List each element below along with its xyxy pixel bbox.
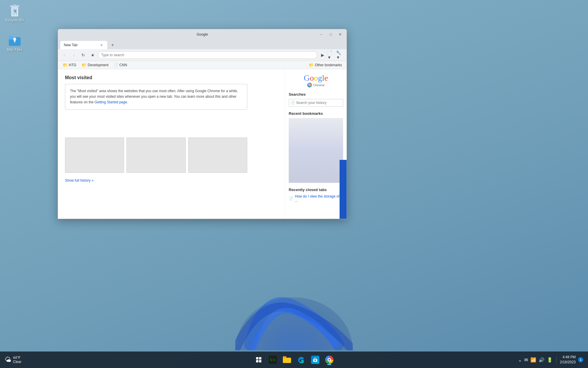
svg-point-12 (309, 84, 310, 86)
file-explorer-icon (283, 356, 291, 363)
taskbar-app-icons: C:\ (253, 354, 335, 366)
weather-widget[interactable]: 🌤 44°F Clear (5, 356, 21, 364)
desktop: Recycle Bin Mac Files Google − □ ✕ New (0, 0, 588, 368)
taskbar-edge[interactable] (295, 354, 307, 366)
battery-icon[interactable]: 🔋 (547, 357, 553, 363)
chrome-subtitle: Chrome (289, 83, 343, 87)
svg-point-9 (14, 37, 15, 38)
cmd-icon: C:\ (269, 356, 277, 364)
system-tray: ⌄ ✉ 📶 🔊 🔋 (518, 357, 553, 363)
taskbar-file-explorer[interactable] (281, 354, 293, 366)
info-text-part2: . (127, 100, 128, 104)
window-title: Google (197, 32, 208, 37)
chrome-taskbar-icon (325, 356, 333, 364)
page-button[interactable]: 📄▼ (327, 51, 335, 59)
most-visited-section: The "Most visited" area shows the websit… (65, 84, 247, 108)
taskbar-cmd[interactable]: C:\ (267, 354, 279, 366)
search-history-input[interactable] (289, 99, 343, 107)
weather-details: 44°F Clear (13, 356, 21, 364)
bookmark-htg[interactable]: 📁 HTG (60, 62, 78, 68)
minimize-button[interactable]: − (317, 31, 325, 38)
search-history-box: 📄 (289, 99, 343, 107)
svg-rect-8 (9, 36, 13, 38)
show-history-link[interactable]: Show full history » (65, 178, 93, 183)
go-button[interactable]: ▶ (318, 51, 327, 59)
searches-title: Searches (289, 92, 343, 97)
bookmark-cnn[interactable]: 📄 CNN (111, 62, 129, 68)
svg-rect-14 (315, 360, 316, 361)
getting-started-link[interactable]: Getting Started page (94, 100, 127, 104)
refresh-button[interactable]: ↻ (79, 51, 87, 59)
thumbnail-row-2 (65, 137, 247, 173)
weather-icon: 🌤 (5, 356, 11, 364)
bookmark-htg-label: HTG (69, 63, 76, 67)
clock-time: 4:48 PM (560, 355, 576, 360)
tab-label: New Tab (64, 43, 77, 47)
folder-icon: 📁 (63, 63, 68, 67)
bookmarks-bar: 📁 HTG 📁 Development 📄 CNN 📁 Other bookma… (58, 61, 347, 69)
recycle-bin-label: Recycle Bin (5, 18, 24, 22)
g-letter-4: g (318, 73, 322, 82)
recent-bookmarks-title: Recent bookmarks (289, 111, 343, 116)
svg-point-0 (235, 297, 353, 350)
bookmark-development[interactable]: 📁 Development (79, 62, 111, 68)
wifi-icon[interactable]: 📶 (530, 357, 536, 363)
tab-bar: New Tab ✕ + (58, 40, 347, 49)
page-icon: 📄 (289, 196, 293, 200)
bookmark-other[interactable]: 📁 Other bookmarks (306, 62, 344, 68)
bookmark-cnn-label: CNN (119, 63, 127, 67)
folder-body (283, 358, 291, 363)
close-button[interactable]: ✕ (336, 31, 344, 38)
bookmark-other-label: Other bookmarks (315, 63, 342, 67)
tray-divider (556, 356, 557, 364)
address-bar[interactable]: Type to search (98, 51, 317, 59)
start-grid-icon (256, 357, 261, 362)
closed-tab-link[interactable]: How do I view the storage of ... (295, 194, 343, 203)
address-input[interactable] (101, 53, 314, 57)
start-grid-cell-1 (256, 357, 258, 359)
new-tab-button[interactable]: + (108, 41, 117, 49)
clock-date: 2/16/2023 (560, 360, 576, 365)
forward-button[interactable]: › (70, 51, 78, 59)
back-button[interactable]: ‹ (60, 51, 69, 59)
edge-icon (297, 356, 305, 364)
mac-files-desktop-icon[interactable]: Mac Files (3, 32, 26, 53)
recently-closed-title: Recently closed tabs (289, 188, 343, 192)
notification-badge[interactable]: 1 (578, 357, 583, 362)
up-arrow-icon[interactable]: ⌄ (518, 357, 522, 363)
file-icon: 📄 (114, 63, 118, 67)
svg-line-3 (13, 8, 13, 15)
volume-icon[interactable]: 🔊 (539, 357, 544, 363)
bookmark-star-button[interactable]: ★ (88, 51, 97, 59)
network-icon[interactable]: ✉ (524, 357, 528, 363)
new-tab[interactable]: New Tab ✕ (60, 41, 107, 49)
store-icon (311, 356, 319, 364)
chrome-center (328, 358, 331, 362)
folder-icon: 📁 (81, 63, 86, 67)
start-button[interactable] (253, 354, 265, 366)
taskbar-store[interactable] (309, 354, 321, 366)
closed-tab-item: 📄 How do I view the storage of ... (289, 194, 343, 203)
thumbnail-cell-4 (65, 137, 124, 173)
info-tooltip: The "Most visited" area shows the websit… (65, 84, 247, 110)
nav-right-buttons: ▶ 📄▼ 🔧▼ (318, 51, 344, 59)
taskbar: 🌤 44°F Clear C:\ (0, 352, 588, 368)
settings-button[interactable]: 🔧▼ (336, 51, 344, 59)
nav-bar: ‹ › ↻ ★ Type to search ▶ 📄▼ 🔧▼ (58, 49, 347, 61)
recycle-bin-image (8, 4, 22, 18)
tab-close-button[interactable]: ✕ (99, 43, 104, 47)
cmd-prompt: C:\ (270, 358, 275, 362)
mac-files-image (8, 34, 22, 48)
recycle-bin-icon[interactable]: Recycle Bin (3, 3, 26, 24)
title-bar: Google − □ ✕ (58, 29, 347, 40)
g-letter-3: o (314, 73, 318, 82)
blue-stripe-decoration (340, 160, 347, 219)
right-sidebar: Google Chrome (285, 69, 347, 219)
edge-svg (297, 356, 305, 364)
browser-content: Most visited The "Most visited" area sho… (58, 69, 347, 219)
clock-widget[interactable]: 4:48 PM 2/16/2023 (560, 355, 576, 365)
maximize-button[interactable]: □ (327, 31, 335, 38)
most-visited-title: Most visited (65, 75, 278, 80)
taskbar-chrome[interactable] (323, 354, 335, 366)
start-grid-cell-3 (256, 360, 258, 362)
